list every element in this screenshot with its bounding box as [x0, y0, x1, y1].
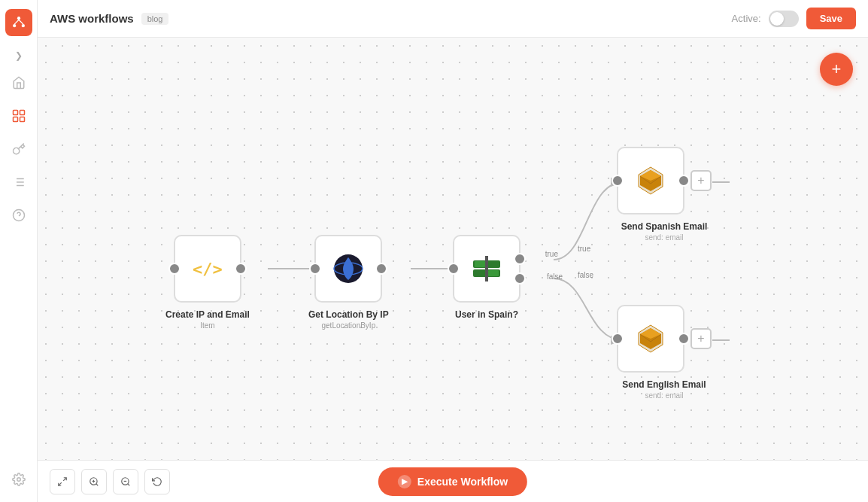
- true-label: true: [578, 245, 590, 253]
- zoom-in-button[interactable]: [81, 469, 107, 494]
- svg-rect-28: [475, 261, 485, 267]
- svg-rect-6: [20, 111, 24, 115]
- fit-screen-icon: [57, 476, 68, 487]
- create-node-box[interactable]: </>: [174, 235, 241, 303]
- bottom-toolbar: ▶ Execute Workflow: [38, 460, 868, 502]
- spanish-email-node-box[interactable]: [617, 147, 684, 214]
- execute-label: Execute Workflow: [417, 476, 508, 488]
- svg-point-0: [17, 17, 20, 20]
- svg-line-4: [19, 20, 23, 24]
- create-node[interactable]: </> Create IP and Email Item: [165, 235, 250, 330]
- condition-icon: [472, 254, 502, 283]
- workflow-canvas: + </>: [38, 38, 868, 460]
- condition-left-connector: [448, 263, 460, 275]
- aws-ses-icon: [634, 164, 667, 197]
- add-node-fab[interactable]: +: [820, 53, 853, 86]
- fit-screen-button[interactable]: [50, 469, 75, 494]
- svg-line-43: [59, 482, 62, 485]
- svg-point-1: [13, 24, 16, 27]
- create-node-sublabel: Item: [200, 321, 214, 330]
- sidebar: ❯: [0, 0, 38, 502]
- sidebar-item-settings[interactable]: [5, 466, 32, 493]
- aws-ses-icon-2: [634, 322, 667, 355]
- english-email-left-connector: [612, 333, 624, 345]
- play-icon: ▶: [398, 475, 411, 488]
- english-email-node-box[interactable]: [617, 305, 684, 373]
- header: AWS workflows blog Active: Save: [38, 0, 868, 38]
- svg-line-49: [128, 483, 130, 485]
- sidebar-item-help[interactable]: [5, 202, 32, 229]
- english-email-label: Send English Email: [622, 379, 706, 391]
- english-email-right-connector: [678, 333, 690, 345]
- get-location-node-sublabel: getLocationByIp: [321, 321, 375, 330]
- condition-node-box[interactable]: [453, 235, 520, 303]
- reset-zoom-button[interactable]: [144, 469, 170, 494]
- active-toggle[interactable]: [769, 11, 799, 27]
- spanish-email-right-connector: [678, 175, 690, 187]
- get-location-node-label: Get Location By IP: [308, 309, 389, 321]
- condition-right-false-connector: [514, 272, 526, 284]
- sidebar-logo[interactable]: [5, 9, 32, 36]
- zoom-out-button[interactable]: [113, 469, 138, 494]
- get-location-node-box[interactable]: [314, 235, 382, 303]
- svg-line-42: [63, 477, 66, 480]
- svg-line-3: [14, 20, 19, 24]
- english-email-action: send: email: [645, 391, 683, 400]
- sidebar-item-workflows[interactable]: [5, 102, 32, 129]
- sidebar-item-list[interactable]: [5, 169, 32, 196]
- sidebar-expand-icon[interactable]: ❯: [9, 48, 29, 63]
- english-email-node[interactable]: + Send English Email send: email: [617, 305, 712, 400]
- spanish-email-add-btn[interactable]: +: [690, 170, 712, 191]
- zoom-out-icon: [120, 476, 131, 487]
- create-node-label: Create IP and Email: [165, 309, 250, 321]
- svg-rect-8: [20, 117, 24, 122]
- svg-rect-27: [485, 256, 488, 281]
- sidebar-item-home[interactable]: [5, 69, 32, 96]
- create-node-right-connector: [235, 263, 247, 275]
- svg-line-45: [96, 483, 99, 485]
- condition-node-label: User in Spain?: [455, 309, 518, 321]
- branch-true-label: true: [545, 250, 558, 258]
- get-location-right-connector: [375, 263, 387, 275]
- code-icon: </>: [193, 260, 223, 278]
- active-label: Active:: [732, 13, 761, 24]
- save-button[interactable]: Save: [806, 8, 856, 29]
- english-email-add-btn[interactable]: +: [690, 328, 712, 349]
- reset-icon: [152, 476, 162, 487]
- ip-lookup-icon: [332, 253, 364, 284]
- false-label: false: [578, 271, 593, 279]
- plus-icon: +: [832, 59, 842, 79]
- zoom-in-icon: [89, 476, 99, 487]
- create-node-left-connector: [168, 263, 181, 275]
- svg-rect-5: [13, 111, 17, 115]
- svg-point-2: [21, 24, 24, 27]
- toggle-knob: [770, 12, 784, 26]
- page-title: AWS workflows: [50, 12, 134, 25]
- svg-point-17: [17, 478, 20, 482]
- execute-workflow-button[interactable]: ▶ Execute Workflow: [378, 467, 527, 496]
- spanish-email-label: Send Spanish Email: [621, 221, 708, 233]
- svg-rect-7: [13, 117, 17, 122]
- branch-false-label: false: [547, 272, 563, 281]
- condition-node[interactable]: User in Spain? true false: [453, 235, 520, 321]
- svg-rect-29: [488, 270, 499, 276]
- spanish-email-action: send: email: [645, 233, 683, 242]
- condition-right-true-connector: [514, 253, 526, 265]
- spanish-email-left-connector: [612, 175, 624, 187]
- workflow-tag-badge[interactable]: blog: [141, 13, 169, 25]
- spanish-email-node[interactable]: + Send Spanish Email send: email: [617, 147, 712, 242]
- get-location-node[interactable]: Get Location By IP getLocationByIp: [308, 235, 389, 330]
- main-area: AWS workflows blog Active: Save +: [38, 0, 868, 502]
- sidebar-item-keys[interactable]: [5, 135, 32, 163]
- get-location-left-connector: [309, 263, 321, 275]
